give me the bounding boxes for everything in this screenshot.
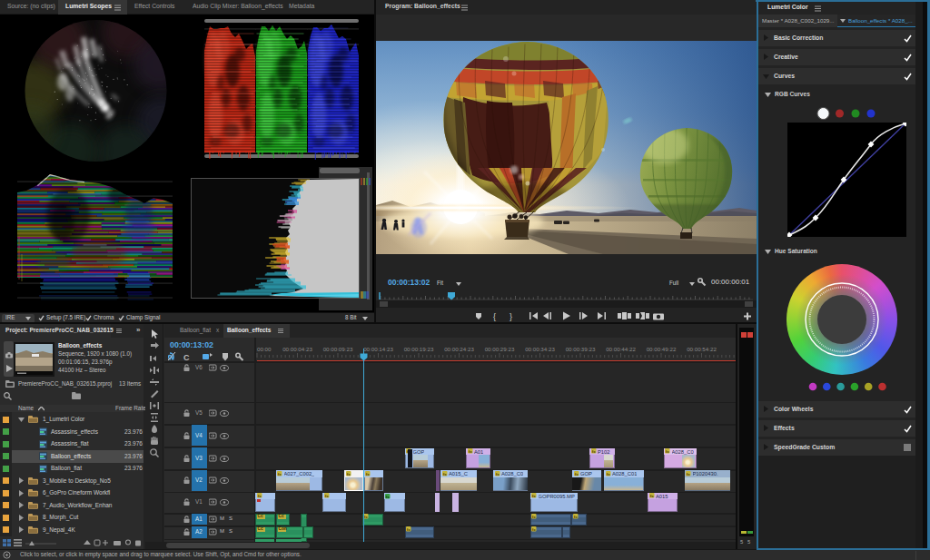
svg-text:00:00:49:22: 00:00:49:22 [647,346,677,352]
svg-text:00:00:19:23: 00:00:19:23 [404,346,434,352]
svg-text:00:00:34:23: 00:00:34:23 [525,346,555,352]
svg-text:00:00:29:23: 00:00:29:23 [485,346,515,352]
svg-text:fx: fx [687,471,690,476]
svg-text:fx: fx [574,471,578,476]
svg-text:{: { [493,312,496,321]
svg-text:fx: fx [532,515,536,519]
svg-text:fx: fx [407,527,411,532]
svg-text:00:00:04:23: 00:00:04:23 [282,346,312,352]
svg-text:00:00:39:23: 00:00:39:23 [566,346,596,352]
svg-text:fx: fx [532,494,536,498]
svg-text:fx: fx [324,494,328,498]
svg-text:fx: fx [495,471,499,476]
svg-text:fx: fx [649,494,653,498]
svg-text:fx: fx [666,449,669,454]
svg-text:fx: fx [591,449,595,454]
svg-text:fx: fx [364,515,368,519]
svg-text:00:00:44:22: 00:00:44:22 [606,346,636,352]
svg-text:fx: fx [532,527,536,532]
svg-text:00:00:14:23: 00:00:14:23 [363,346,393,352]
svg-text:fx: fx [346,471,350,476]
svg-text:fx: fx [573,515,577,519]
svg-text:fx: fx [257,494,261,498]
svg-text:00:00:24:23: 00:00:24:23 [444,346,474,352]
svg-text:00:00:54:22: 00:00:54:22 [687,346,717,352]
svg-text:fx: fx [468,449,471,454]
svg-text:00:00:09:23: 00:00:09:23 [323,346,353,352]
svg-text:00:00: 00:00 [257,346,272,352]
svg-text:fx: fx [606,471,609,476]
svg-text:fx: fx [278,471,282,476]
svg-text:fx: fx [386,494,390,498]
svg-text:}: } [510,312,512,321]
svg-text:fx: fx [366,471,370,476]
svg-text:fx: fx [442,471,446,476]
